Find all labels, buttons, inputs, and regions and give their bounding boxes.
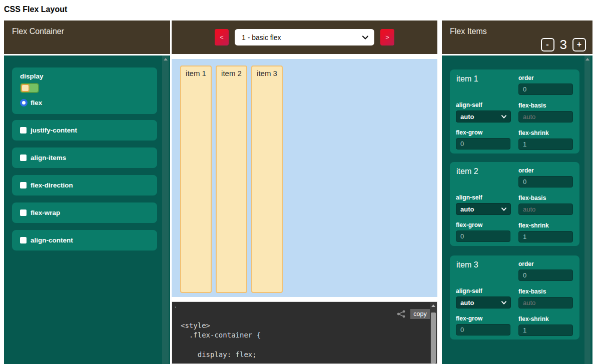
item-3-order-input[interactable] [518, 270, 573, 281]
align-content-checkbox[interactable] [20, 237, 27, 244]
flex-grow-label: flex-grow [456, 315, 510, 322]
item-2-card: item 2 order align-self auto flex-basis [450, 162, 579, 246]
item-2-flex-basis-input[interactable] [518, 204, 573, 215]
app-root: CSS Flex Layout Flex Container display f… [0, 0, 600, 364]
order-label: order [518, 167, 573, 174]
order-label: order [518, 260, 573, 268]
flex-container-panel-title: Flex Container [12, 27, 64, 36]
flex-basis-label: flex-basis [518, 288, 573, 295]
preview-flex-item-1: item 1 [180, 66, 212, 293]
item-1-flex-basis-input[interactable] [518, 111, 573, 122]
item-3-flex-shrink-input[interactable] [518, 324, 573, 336]
flex-shrink-label: flex-shrink [518, 222, 573, 229]
scroll-up-icon[interactable] [164, 58, 168, 60]
justify-content-card: justify-content [12, 120, 157, 140]
flex-direction-checkbox[interactable] [20, 182, 27, 188]
add-item-button[interactable]: + [572, 38, 586, 52]
item-3-flex-grow-input[interactable] [456, 324, 510, 336]
code-text: <style> .flex-container { display: flex; [181, 321, 261, 360]
copy-button[interactable]: copy [410, 309, 430, 319]
item-1-align-self-value: auto [460, 113, 474, 120]
flex-container-panel: display flex justify-content align-items… [4, 56, 170, 364]
preview-flex-item-2: item 2 [216, 66, 247, 293]
item-3-title: item 3 [456, 260, 478, 270]
item-2-title: item 2 [456, 167, 478, 176]
flex-items-panel: item 1 order align-self auto flex-basis [442, 56, 592, 364]
justify-content-label: justify-content [31, 126, 77, 134]
align-self-label: align-self [456, 102, 511, 108]
flex-items-panel-header: Flex Items - 3 + [442, 20, 592, 54]
display-toggle[interactable] [20, 83, 39, 93]
right-panel-scrollbar[interactable] [584, 56, 590, 364]
code-scrollbar-thumb[interactable] [431, 312, 436, 364]
page-title: CSS Flex Layout [4, 5, 67, 14]
scroll-up-icon[interactable] [431, 304, 435, 307]
item-1-flex-grow-input[interactable] [456, 138, 510, 150]
preview-flex-item-3: item 3 [251, 66, 283, 293]
item-2-flex-grow-input[interactable] [456, 230, 510, 242]
item-1-align-self-select[interactable]: auto [456, 110, 511, 122]
flex-shrink-label: flex-shrink [518, 316, 573, 322]
flex-container-panel-header: Flex Container [4, 20, 170, 54]
item-2-align-self-select[interactable]: auto [456, 203, 511, 215]
item-1-order-input[interactable] [518, 84, 573, 95]
chevron-down-icon [501, 208, 506, 211]
code-panel: . copy <style> .flex-container { display… [172, 302, 437, 364]
item-2-order-input[interactable] [518, 176, 573, 188]
example-select-value: 1 - basic flex [242, 34, 281, 42]
preview-header: < 1 - basic flex > [172, 20, 437, 54]
flex-grow-label: flex-grow [456, 129, 510, 136]
remove-item-button[interactable]: - [541, 38, 554, 52]
flex-wrap-label: flex-wrap [31, 209, 60, 216]
display-flex-option-label: flex [31, 99, 42, 106]
flex-direction-card: flex-direction [12, 175, 157, 196]
code-dot: . [175, 302, 176, 309]
radio-checked-icon[interactable] [20, 99, 28, 106]
display-toggle-handle[interactable] [21, 84, 30, 92]
display-flex-option[interactable]: flex [20, 99, 42, 106]
item-1-card: item 1 order align-self auto flex-basis [450, 70, 579, 154]
flex-direction-label: flex-direction [31, 182, 73, 189]
item-3-align-self-value: auto [460, 299, 474, 306]
flex-wrap-checkbox[interactable] [20, 210, 27, 216]
item-1-flex-shrink-input[interactable] [518, 138, 573, 150]
flex-grow-label: flex-grow [456, 222, 510, 228]
flex-basis-label: flex-basis [518, 102, 573, 109]
next-example-button[interactable]: > [380, 29, 394, 46]
item-3-card: item 3 order align-self auto flex-basis [450, 256, 579, 340]
align-items-label: align-items [31, 154, 66, 162]
chevron-down-icon [501, 301, 506, 304]
align-self-label: align-self [456, 194, 511, 201]
scroll-up-icon[interactable] [585, 58, 589, 60]
flex-shrink-label: flex-shrink [518, 130, 573, 136]
flex-items-panel-title: Flex Items [450, 27, 487, 36]
item-3-flex-basis-input[interactable] [518, 297, 573, 308]
align-items-checkbox[interactable] [20, 154, 27, 161]
align-content-label: align-content [31, 236, 73, 244]
display-label: display [20, 72, 44, 80]
left-panel-scrollbar[interactable] [162, 56, 169, 364]
align-self-label: align-self [456, 288, 511, 294]
example-select[interactable]: 1 - basic flex [235, 29, 374, 46]
item-2-align-self-value: auto [460, 206, 474, 213]
justify-content-checkbox[interactable] [20, 127, 27, 134]
previous-example-button[interactable]: < [215, 29, 229, 46]
chevron-down-icon [501, 115, 506, 118]
item-3-align-self-select[interactable]: auto [456, 296, 511, 308]
item-count: 3 [560, 37, 567, 52]
code-scrollbar[interactable] [430, 302, 437, 364]
item-2-flex-shrink-input[interactable] [518, 231, 573, 242]
order-label: order [518, 74, 573, 82]
flex-preview-container: item 1 item 2 item 3 [172, 59, 437, 297]
chevron-down-icon [362, 36, 368, 40]
align-items-card: align-items [12, 148, 157, 168]
share-icon[interactable] [397, 310, 406, 318]
flex-basis-label: flex-basis [518, 194, 573, 202]
flex-wrap-card: flex-wrap [12, 202, 157, 223]
display-property-card: display flex [12, 68, 157, 114]
item-counter: - 3 + [541, 37, 586, 52]
item-1-title: item 1 [456, 74, 478, 84]
align-content-card: align-content [12, 230, 157, 250]
